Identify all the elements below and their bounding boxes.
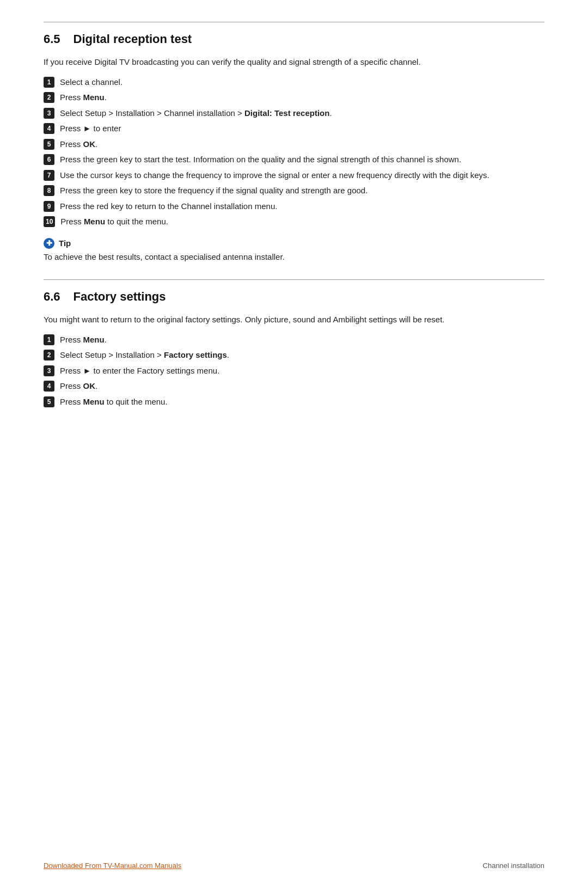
list-item: 3Press ► to enter the Factory settings m… [44, 365, 544, 377]
list-item: 6Press the green key to start the test. … [44, 154, 544, 166]
list-item: 7Use the cursor keys to change the frequ… [44, 169, 544, 182]
step-text: Select Setup > Installation > Factory se… [60, 349, 544, 362]
step-badge: 5 [44, 396, 54, 407]
section-65-title: 6.5Digital reception test [44, 32, 544, 46]
list-item: 9Press the red key to return to the Chan… [44, 200, 544, 213]
section-divider-65 [44, 22, 544, 22]
step-text: Press ► to enter [60, 123, 544, 135]
step-text: Use the cursor keys to change the freque… [60, 169, 544, 182]
step-badge: 6 [44, 154, 54, 165]
tip-box: ✚ Tip To achieve the best results, conta… [44, 238, 544, 264]
step-text: Press OK. [60, 138, 544, 151]
tip-title: ✚ Tip [44, 238, 544, 249]
step-text: Press Menu. [60, 91, 544, 104]
step-badge: 3 [44, 108, 54, 119]
step-text: Press Menu to quit the menu. [60, 396, 544, 408]
section-65-intro: If you receive Digital TV broadcasting y… [44, 56, 544, 69]
step-badge: 8 [44, 185, 54, 196]
section-65-steps: 1Select a channel.2Press Menu.3Select Se… [44, 76, 544, 228]
footer-link[interactable]: Downloaded From TV-Manual.com Manuals [44, 861, 181, 870]
section-divider-66 [44, 279, 544, 280]
step-text: Press Menu. [60, 334, 544, 346]
step-badge: 2 [44, 92, 54, 103]
step-badge: 1 [44, 334, 54, 345]
tip-icon: ✚ [44, 238, 54, 249]
list-item: 8Press the green key to store the freque… [44, 185, 544, 197]
list-item: 2Press Menu. [44, 91, 544, 104]
list-item: 3Select Setup > Installation > Channel i… [44, 107, 544, 120]
list-item: 1Press Menu. [44, 334, 544, 346]
step-text: Press the green key to store the frequen… [60, 185, 544, 197]
list-item: 2Select Setup > Installation > Factory s… [44, 349, 544, 362]
step-badge: 7 [44, 170, 54, 181]
step-badge: 5 [44, 139, 54, 150]
list-item: 1Select a channel. [44, 76, 544, 89]
section-66-steps: 1Press Menu.2Select Setup > Installation… [44, 334, 544, 408]
list-item: 5Press Menu to quit the menu. [44, 396, 544, 408]
section-66-title: 6.6Factory settings [44, 290, 544, 304]
section-66-intro: You might want to return to the original… [44, 314, 544, 326]
step-badge: 1 [44, 77, 54, 88]
step-badge: 4 [44, 381, 54, 392]
step-badge: 10 [44, 216, 55, 227]
step-badge: 2 [44, 350, 54, 360]
step-badge: 3 [44, 365, 54, 376]
step-badge: 9 [44, 201, 54, 212]
list-item: 4Press ► to enter [44, 123, 544, 135]
step-text: Press the green key to start the test. I… [60, 154, 544, 166]
list-item: 5Press OK. [44, 138, 544, 151]
tip-text: To achieve the best results, contact a s… [44, 251, 544, 264]
list-item: 10Press Menu to quit the menu. [44, 216, 544, 228]
step-badge: 4 [44, 123, 54, 134]
step-text: Select Setup > Installation > Channel in… [60, 107, 544, 120]
step-text: Press ► to enter the Factory settings me… [60, 365, 544, 377]
step-text: Select a channel. [60, 76, 544, 89]
footer-right: Channel installation [483, 861, 544, 870]
list-item: 4Press OK. [44, 380, 544, 393]
step-text: Press OK. [60, 380, 544, 393]
page-footer: Downloaded From TV-Manual.com Manuals Ch… [0, 861, 588, 870]
step-text: Press the red key to return to the Chann… [60, 200, 544, 213]
step-text: Press Menu to quit the menu. [60, 216, 544, 228]
